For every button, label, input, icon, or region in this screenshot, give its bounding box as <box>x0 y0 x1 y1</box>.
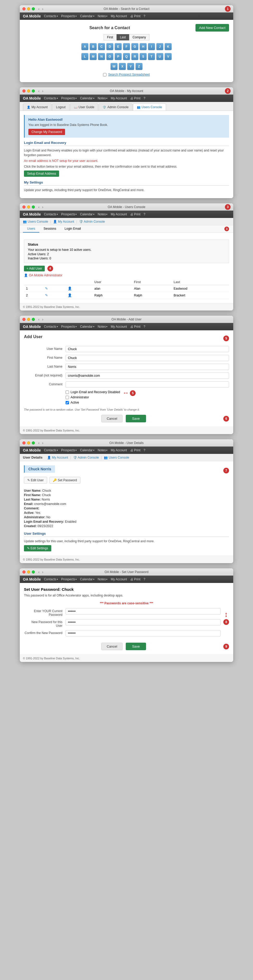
close-button-3[interactable] <box>22 205 25 208</box>
alpha-H[interactable]: H <box>139 43 147 50</box>
nav-prospects-6[interactable]: Prospects ▾ <box>61 578 77 581</box>
subnav-my-account[interactable]: 👤 My Account <box>53 220 74 223</box>
nav-contacts-1[interactable]: Contacts ▾ <box>44 14 58 18</box>
alpha-S[interactable]: S <box>139 53 147 60</box>
nav-myaccount-5[interactable]: My Account <box>111 449 127 452</box>
lastname-input[interactable] <box>66 364 229 370</box>
current-pwd-input[interactable] <box>66 608 221 614</box>
alpha-M[interactable]: M <box>90 53 97 60</box>
brand-3[interactable]: OA Mobile <box>23 212 41 216</box>
back-button-3[interactable]: ‹ <box>38 205 40 209</box>
tab-logout[interactable]: Logout <box>52 103 70 111</box>
nav-prospects-5[interactable]: Prospects ▾ <box>61 449 77 452</box>
nav-help-2[interactable]: ? <box>144 97 145 100</box>
back-button-5[interactable]: ‹ <box>38 441 40 445</box>
set-password-button[interactable]: 🔑 Set Password <box>49 477 80 484</box>
nav-calendar-1[interactable]: Calendar ▾ <box>80 14 95 18</box>
alpha-L[interactable]: L <box>81 53 89 60</box>
tab-sessions[interactable]: Sessions <box>39 225 60 232</box>
nav-prospects-3[interactable]: Prospects ▾ <box>61 213 77 216</box>
add-new-contact-button[interactable]: Add New Contact <box>196 24 229 32</box>
brand-1[interactable]: OA Mobile <box>23 14 41 18</box>
alpha-Y[interactable]: Y <box>127 63 134 70</box>
back-button-1[interactable]: ‹ <box>38 7 40 11</box>
alpha-R[interactable]: R <box>131 53 139 60</box>
filter-first[interactable]: First <box>104 34 116 40</box>
nav-help-1[interactable]: ? <box>144 14 145 18</box>
nav-prospects-1[interactable]: Prospects ▾ <box>61 14 77 18</box>
close-button-4[interactable] <box>22 318 25 321</box>
edit-user-button[interactable]: ✎ Edit User <box>24 477 47 484</box>
nav-contacts-2[interactable]: Contacts ▾ <box>44 97 58 100</box>
nav-print-3[interactable]: 🖨 Print <box>130 213 141 216</box>
nav-help-4[interactable]: ? <box>144 325 145 328</box>
forward-button-5[interactable]: › <box>41 441 44 445</box>
nav-contacts-3[interactable]: Contacts ▾ <box>44 213 58 216</box>
minimize-button-2[interactable] <box>27 89 30 92</box>
subnav-users-5[interactable]: 👥 Users Console <box>104 456 129 459</box>
alpha-C[interactable]: C <box>98 43 105 50</box>
admin-checkbox[interactable] <box>66 396 69 399</box>
change-password-button[interactable]: Change My Password <box>28 129 65 135</box>
alpha-P[interactable]: P <box>114 53 122 60</box>
nav-print-4[interactable]: 🖨 Print <box>130 325 141 328</box>
nav-notes-2[interactable]: Notes ▾ <box>98 97 108 100</box>
cancel-button-6[interactable]: Cancel <box>101 643 123 650</box>
nav-notes-3[interactable]: Notes ▾ <box>98 213 108 216</box>
minimize-button-6[interactable] <box>27 570 30 574</box>
close-button-2[interactable] <box>22 89 25 92</box>
alpha-J[interactable]: J <box>156 43 163 50</box>
nav-help-3[interactable]: ? <box>144 213 145 216</box>
nav-notes-4[interactable]: Notes ▾ <box>98 325 108 328</box>
alpha-K[interactable]: K <box>164 43 172 50</box>
maximize-button-2[interactable] <box>32 89 35 92</box>
maximize-button-6[interactable] <box>32 570 35 574</box>
subnav-admin-console[interactable]: 🛡️ Admin Console <box>79 220 105 223</box>
close-button-5[interactable] <box>22 441 25 444</box>
new-pwd-input[interactable] <box>66 619 221 625</box>
nav-calendar-5[interactable]: Calendar ▾ <box>80 449 95 452</box>
nav-print-1[interactable]: 🖨 Print <box>130 14 141 18</box>
alpha-D[interactable]: D <box>106 43 114 50</box>
tab-users[interactable]: Users <box>23 225 39 232</box>
edit-settings-button[interactable]: ✎ Edit Settings <box>24 545 51 551</box>
alpha-I[interactable]: I <box>148 43 155 50</box>
add-user-button[interactable]: + Add User <box>24 266 45 271</box>
nav-print-6[interactable]: 🖨 Print <box>130 578 141 581</box>
alpha-N[interactable]: N <box>98 53 105 60</box>
cancel-button-4[interactable]: Cancel <box>101 415 123 422</box>
setup-email-button[interactable]: Setup Email Address <box>24 170 59 177</box>
search-prospect-link[interactable]: Search Prospect Spreadsheet <box>108 73 150 76</box>
nav-calendar-4[interactable]: Calendar ▾ <box>80 325 95 328</box>
alpha-F[interactable]: F <box>123 43 130 50</box>
alpha-E[interactable]: E <box>114 43 122 50</box>
minimize-button-5[interactable] <box>27 441 30 444</box>
comment-input[interactable] <box>66 382 229 388</box>
tab-user-guide[interactable]: 📖 User Guide <box>70 103 98 111</box>
nav-calendar-6[interactable]: Calendar ▾ <box>80 578 95 581</box>
nav-help-6[interactable]: ? <box>144 578 145 581</box>
maximize-button-1[interactable] <box>32 7 35 10</box>
username-input[interactable] <box>66 346 229 352</box>
nav-prospects-2[interactable]: Prospects ▾ <box>61 97 77 100</box>
tab-admin-console[interactable]: 🛡️ Admin Console <box>99 103 132 111</box>
filter-last[interactable]: Last <box>117 34 130 40</box>
tab-my-account[interactable]: 👤 My Account <box>23 103 52 111</box>
minimize-button-4[interactable] <box>27 318 30 321</box>
close-button-1[interactable] <box>22 7 25 10</box>
alpha-A[interactable]: A <box>81 43 89 50</box>
nav-calendar-3[interactable]: Calendar ▾ <box>80 213 95 216</box>
firstname-input[interactable] <box>66 355 229 361</box>
nav-prospects-4[interactable]: Prospects ▾ <box>61 325 77 328</box>
nav-myaccount-4[interactable]: My Account <box>111 325 127 328</box>
alpha-W[interactable]: W <box>111 63 118 70</box>
alpha-G[interactable]: G <box>131 43 139 50</box>
subnav-myaccount-5[interactable]: 👤 My Account <box>47 456 68 459</box>
row2-edit[interactable]: ✎ <box>43 292 66 299</box>
brand-2[interactable]: OA Mobile <box>23 96 41 100</box>
forward-button-3[interactable]: › <box>41 205 44 209</box>
close-button-6[interactable] <box>22 570 25 574</box>
confirm-pwd-input[interactable] <box>66 630 221 636</box>
alpha-T[interactable]: T <box>148 53 155 60</box>
login-email-disabled-checkbox[interactable] <box>66 391 69 394</box>
